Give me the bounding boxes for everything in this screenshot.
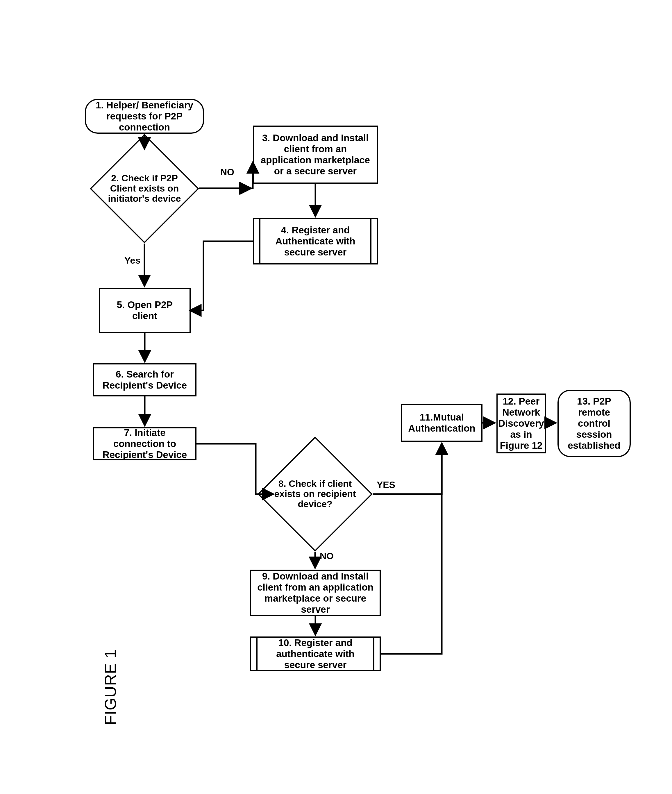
edge-label-yes-1: Yes <box>125 255 141 266</box>
node-6-label: 6. Search for Recipient's Device <box>98 369 191 391</box>
node-3-label: 3. Download and Install client from an a… <box>258 133 373 177</box>
node-8-label: 8. Check if client exists on recipient d… <box>266 479 364 510</box>
node-5-process: 5. Open P2P client <box>99 288 191 333</box>
node-5-label: 5. Open P2P client <box>104 299 186 321</box>
node-4-label: 4. Register and Authenticate with secure… <box>263 225 368 258</box>
figure-label: FIGURE 1 <box>101 649 120 725</box>
node-6-process: 6. Search for Recipient's Device <box>93 363 197 396</box>
node-7-label: 7. Initiate connection to Recipient's De… <box>98 427 191 460</box>
node-7-process: 7. Initiate connection to Recipient's De… <box>93 427 197 460</box>
node-3-process: 3. Download and Install client from an a… <box>253 126 378 184</box>
edge-label-yes-2: YES <box>377 479 395 490</box>
node-2-label: 2. Check if P2P Client exists on initiat… <box>98 173 191 204</box>
node-9-process: 9. Download and Install client from an a… <box>250 570 381 616</box>
node-11-label: 11.Mutual Authentication <box>406 412 477 434</box>
node-2-decision: 2. Check if P2P Client exists on initiat… <box>106 150 183 227</box>
node-8-decision: 8. Check if client exists on recipient d… <box>274 454 356 535</box>
node-12-process: 12. Peer Network Discovery as in Figure … <box>496 393 546 454</box>
node-10-label: 10. Register and authenticate with secur… <box>260 637 371 671</box>
node-13-label: 13. P2P remote control session establish… <box>564 396 624 451</box>
node-4-predefined: 4. Register and Authenticate with secure… <box>253 218 378 264</box>
node-1-start: 1. Helper/ Beneficiary requests for P2P … <box>85 99 204 134</box>
edge-label-no-2: NO <box>320 551 334 561</box>
node-13-end: 13. P2P remote control session establish… <box>557 390 631 457</box>
node-12-label: 12. Peer Network Discovery as in Figure … <box>498 396 544 451</box>
node-10-predefined: 10. Register and authenticate with secur… <box>250 636 381 671</box>
node-9-label: 9. Download and Install client from an a… <box>255 571 376 615</box>
edge-label-no-1: NO <box>220 167 234 177</box>
flowchart-canvas: 1. Helper/ Beneficiary requests for P2P … <box>0 0 672 794</box>
node-11-process: 11.Mutual Authentication <box>401 404 483 442</box>
node-1-label: 1. Helper/ Beneficiary requests for P2P … <box>91 100 198 133</box>
